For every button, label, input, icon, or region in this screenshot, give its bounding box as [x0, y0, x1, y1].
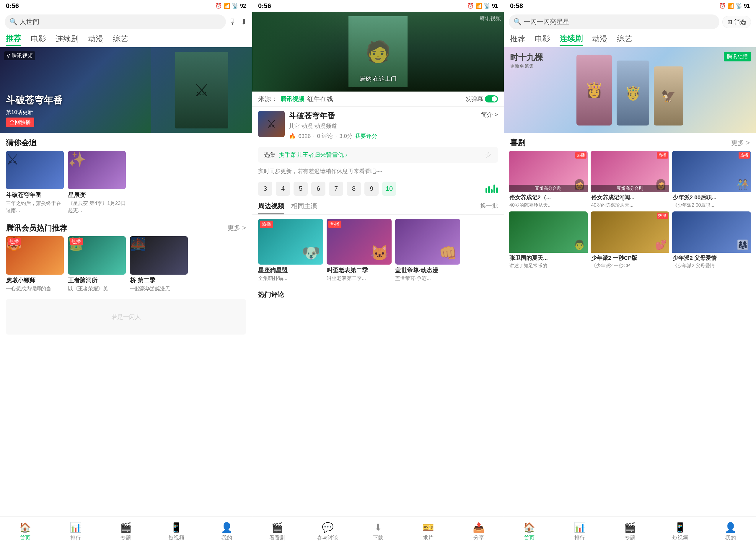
comedy-card-1[interactable]: 👩 豆瓣高分台剧 热播 俗女养成记2[闽... 40岁的陈嘉玲从天...: [591, 151, 669, 208]
search-input-wrap-3[interactable]: 🔍 一闪一闪亮星星: [509, 14, 719, 29]
status-bar-2: 0:56 ⏰ 📶 📡 91: [252, 0, 504, 12]
tab-related-1[interactable]: 相同主演: [291, 202, 317, 214]
nav-mine-1[interactable]: 👤 我的: [201, 517, 252, 546]
tab-movie-3[interactable]: 电影: [535, 34, 550, 45]
hot-badge-c2: 热播: [739, 152, 750, 159]
tab-anime-3[interactable]: 动漫: [592, 34, 607, 45]
topic-label-1: 专题: [120, 534, 131, 541]
ep-4[interactable]: 4: [276, 182, 290, 196]
ep-3[interactable]: 3: [258, 182, 272, 196]
comedy-card-5[interactable]: 👨‍👩‍👧 少年派2 父母爱情 《少年派2 父母爱情...: [672, 211, 751, 269]
bottom-spacer-3: [504, 273, 756, 282]
ep-10[interactable]: 10: [382, 182, 396, 196]
status-bar-1: 0:56 ⏰ 📶 📡 92: [0, 0, 252, 12]
change-batch-btn[interactable]: 换一批: [480, 202, 498, 214]
tab-movie-1[interactable]: 电影: [31, 34, 46, 45]
vip-thumb-0: 🐯 热播: [6, 236, 64, 275]
related-card-0[interactable]: 🐶 热播 星座狗星盟 全集萌扑猫...: [258, 219, 323, 282]
nav-home-1[interactable]: 🏠 首页: [0, 517, 50, 546]
nav-short-1[interactable]: 📱 短视频: [151, 517, 202, 546]
vip-card-0[interactable]: 🐯 热播 虎墩小镖师 一心想成为镖师的当...: [6, 236, 64, 292]
ep-9[interactable]: 9: [364, 182, 379, 196]
player-subtitle: 居然!在这上门: [359, 75, 397, 83]
nav-tabs-1: 推荐 电影 连续剧 动漫 综艺: [0, 32, 252, 47]
nav-download-2[interactable]: ⬇ 下载: [353, 517, 403, 546]
status-icons-1: ⏰ 📶 📡 92: [215, 3, 246, 9]
ep-8[interactable]: 8: [347, 182, 361, 196]
score-label-0: 豆瓣高分台剧: [509, 185, 588, 192]
nav-topic-1[interactable]: 🎬 专题: [101, 517, 151, 546]
tab-series-1[interactable]: 连续剧: [56, 34, 79, 45]
guess-card-1[interactable]: ✨ 星辰变 《星辰变 第4季》1月23日起更...: [68, 151, 126, 214]
banner-cta-1[interactable]: 全网独播: [6, 118, 34, 127]
request-label-2: 求片: [423, 534, 434, 541]
vip-card-1[interactable]: 👑 热播 王者脑洞所 以《王者荣耀》英...: [68, 236, 126, 292]
guess-card-0[interactable]: ⚔ 斗破苍穹年番 三年之约后，萧炎终于在逗南...: [6, 151, 64, 214]
vip-thumb-1: 👑 热播: [68, 236, 126, 275]
section-more-vip[interactable]: 更多 >: [227, 224, 246, 232]
comedy-card-0[interactable]: 👩 豆瓣高分台剧 热播 俗女养成记2（... 40岁的陈嘉玲从天...: [509, 151, 588, 208]
nav-share-2[interactable]: 📤 分享: [454, 517, 504, 546]
rank-label-3: 排行: [574, 534, 585, 541]
tab-variety-1[interactable]: 综艺: [113, 34, 128, 45]
banner-cta-3: 腾讯独播: [724, 52, 751, 61]
filter-button[interactable]: ⊞ 筛选: [722, 16, 751, 28]
related-card-1[interactable]: 🐱 热播 叫歪老表第二季 叫歪老表第二季...: [327, 219, 392, 282]
nav-short-3[interactable]: 📱 短视频: [655, 517, 705, 546]
nav-topic-3[interactable]: 🎬 专题: [605, 517, 655, 546]
topic-icon-3: 🎬: [624, 522, 636, 533]
tab-series-3[interactable]: 连续剧: [560, 33, 583, 46]
comedy-card-3[interactable]: 👨 张卫国的夏天... 讲述了知足常乐的...: [509, 211, 588, 269]
comedy-card-2[interactable]: 🧑‍🤝‍🧑 热播 少年派2 00后职... 《少年派2 00后职...: [672, 151, 751, 208]
player-watermark: 腾讯视频: [480, 15, 501, 22]
nav-discuss-2[interactable]: 💬 参与讨论: [302, 517, 353, 546]
rank-icon-1: 📊: [70, 522, 82, 533]
search-input-wrap-1[interactable]: 🔍 人世间: [5, 14, 226, 29]
intro-button[interactable]: 简介 >: [481, 111, 498, 119]
comedy-thumb-2: 🧑‍🤝‍🧑 热播: [672, 151, 751, 192]
ep-7[interactable]: 7: [329, 182, 343, 196]
nav-home-3[interactable]: 🏠 首页: [504, 517, 554, 546]
nav-mine-3[interactable]: 👤 我的: [706, 517, 756, 546]
ep-5[interactable]: 5: [294, 182, 308, 196]
comment-section: 热门评论: [252, 286, 504, 303]
danmu-toggle[interactable]: [485, 95, 498, 102]
related-thumb-1: 🐱 热播: [327, 219, 392, 265]
tab-recommend-3[interactable]: 推荐: [510, 34, 525, 45]
tab-related-0[interactable]: 周边视频: [258, 202, 284, 214]
hero-banner-1[interactable]: ⚔ V 腾讯视频 斗破苍穹年番 第10话更新 全网独播: [0, 47, 252, 133]
voice-icon[interactable]: 🎙: [229, 17, 237, 27]
panel-home: 0:56 ⏰ 📶 📡 92 🔍 人世间 🎙 ⬇ 推荐 电影 连续剧 动漫 综艺: [0, 0, 252, 546]
nav-rank-1[interactable]: 📊 排行: [50, 517, 101, 546]
download-icon[interactable]: ⬇: [241, 17, 247, 27]
score-label-1: 豆瓣高分台剧: [591, 185, 669, 192]
short-icon-1: 📱: [170, 522, 182, 533]
banner-title-3: 时十九棵: [510, 52, 543, 63]
comedy-card-4[interactable]: 💕 热播 少年派2 一秒CP版 《少年派2 一秒CP...: [591, 211, 669, 269]
ep-bar-2: [488, 186, 490, 193]
search-icon-1: 🔍: [9, 18, 17, 26]
danmu-button[interactable]: 发弹幕: [465, 95, 498, 103]
episode-grid: 3 4 5 6 7 8 9 10: [252, 179, 504, 199]
section-title-guess: 猜你会追: [6, 138, 37, 148]
ep-6[interactable]: 6: [311, 182, 325, 196]
episodes-link[interactable]: 携手萧儿王者归来誓雪仇 ›: [279, 151, 347, 159]
tab-recommend-1[interactable]: 推荐: [6, 33, 21, 46]
comedy-thumb-0: 👩 豆瓣高分台剧 热播: [509, 151, 588, 192]
related-card-2[interactable]: 👊 盖世帝尊·动态漫 盖世帝尊·争霸...: [395, 219, 460, 282]
video-player[interactable]: 🧑 腾讯视频 居然!在这上门: [252, 12, 504, 92]
nav-request-2[interactable]: 🎫 求片: [403, 517, 453, 546]
hero-banner-3[interactable]: 👸 🤴 🦅 时十九棵 更新至第集 腾讯独播: [504, 47, 756, 133]
panel2-content: 来源： 腾讯视频 红牛在线 发弹幕 ⚔ 斗破苍穹年番 其它 动漫 动漫频道 🔥 …: [252, 92, 504, 516]
rank-icon-3: 📊: [574, 522, 586, 533]
favorite-button[interactable]: ☆: [485, 150, 492, 160]
rating-link[interactable]: 我要评分: [355, 132, 377, 140]
vip-card-2[interactable]: 🌉 桥 第二季 一腔豪华游艇漫无...: [130, 236, 188, 292]
nav-watch-2[interactable]: 🎬 看番剧: [252, 517, 302, 546]
video-thumb-detail: ⚔: [258, 111, 285, 137]
tab-anime-1[interactable]: 动漫: [88, 34, 103, 45]
episodes-bar[interactable]: 选集 携手萧儿王者归来誓雪仇 › ☆: [258, 147, 498, 163]
nav-rank-3[interactable]: 📊 排行: [554, 517, 605, 546]
section-more-comedy[interactable]: 更多 >: [731, 138, 750, 147]
tab-variety-3[interactable]: 综艺: [617, 34, 632, 45]
